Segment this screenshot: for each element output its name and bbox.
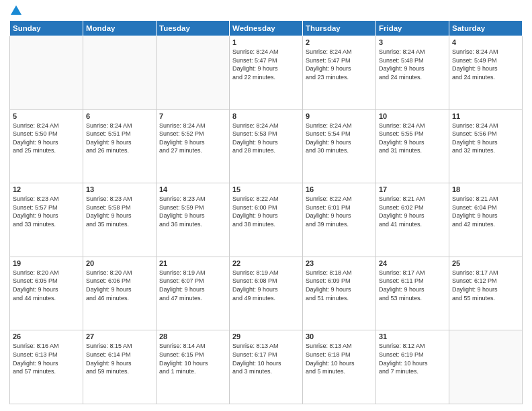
page: SundayMondayTuesdayWednesdayThursdayFrid… — [0, 0, 532, 411]
day-info: Sunrise: 8:21 AM Sunset: 6:02 PM Dayligh… — [379, 195, 446, 228]
day-number: 25 — [452, 259, 519, 267]
day-info: Sunrise: 8:18 AM Sunset: 6:09 PM Dayligh… — [306, 269, 373, 302]
calendar-day-14: 14Sunrise: 8:23 AM Sunset: 5:59 PM Dayli… — [157, 183, 230, 257]
calendar-day-empty — [10, 36, 83, 110]
day-info: Sunrise: 8:24 AM Sunset: 5:50 PM Dayligh… — [13, 122, 80, 155]
day-number: 1 — [232, 38, 300, 46]
day-number: 31 — [379, 332, 446, 340]
day-number: 8 — [232, 112, 300, 120]
day-info: Sunrise: 8:24 AM Sunset: 5:55 PM Dayligh… — [379, 122, 446, 155]
day-info: Sunrise: 8:23 AM Sunset: 5:57 PM Dayligh… — [13, 195, 80, 228]
calendar-day-13: 13Sunrise: 8:23 AM Sunset: 5:58 PM Dayli… — [83, 183, 157, 257]
calendar-day-20: 20Sunrise: 8:20 AM Sunset: 6:06 PM Dayli… — [83, 257, 157, 330]
day-info: Sunrise: 8:13 AM Sunset: 6:18 PM Dayligh… — [306, 342, 373, 375]
day-of-week-header-saturday: Saturday — [449, 21, 523, 36]
day-number: 6 — [86, 112, 153, 120]
day-info: Sunrise: 8:16 AM Sunset: 6:13 PM Dayligh… — [13, 342, 80, 375]
calendar-day-5: 5Sunrise: 8:24 AM Sunset: 5:50 PM Daylig… — [10, 109, 83, 183]
logo-triangle-icon — [11, 5, 21, 15]
day-info: Sunrise: 8:23 AM Sunset: 5:58 PM Dayligh… — [86, 195, 153, 228]
day-info: Sunrise: 8:23 AM Sunset: 5:59 PM Dayligh… — [159, 195, 226, 228]
day-of-week-header-friday: Friday — [376, 21, 449, 36]
calendar-day-3: 3Sunrise: 8:24 AM Sunset: 5:48 PM Daylig… — [376, 36, 449, 110]
day-info: Sunrise: 8:17 AM Sunset: 6:12 PM Dayligh… — [452, 269, 519, 302]
day-info: Sunrise: 8:24 AM Sunset: 5:52 PM Dayligh… — [159, 122, 226, 155]
day-info: Sunrise: 8:24 AM Sunset: 5:47 PM Dayligh… — [232, 48, 300, 81]
calendar-week-row: 12Sunrise: 8:23 AM Sunset: 5:57 PM Dayli… — [10, 183, 523, 257]
day-number: 18 — [452, 185, 519, 193]
calendar-day-6: 6Sunrise: 8:24 AM Sunset: 5:51 PM Daylig… — [83, 109, 157, 183]
day-number: 16 — [306, 185, 373, 193]
day-info: Sunrise: 8:24 AM Sunset: 5:49 PM Dayligh… — [452, 48, 519, 81]
day-info: Sunrise: 8:24 AM Sunset: 5:53 PM Dayligh… — [232, 122, 300, 155]
calendar-day-2: 2Sunrise: 8:24 AM Sunset: 5:47 PM Daylig… — [303, 36, 376, 110]
calendar-day-9: 9Sunrise: 8:24 AM Sunset: 5:54 PM Daylig… — [303, 109, 376, 183]
calendar-day-12: 12Sunrise: 8:23 AM Sunset: 5:57 PM Dayli… — [10, 183, 83, 257]
day-number: 14 — [159, 185, 226, 193]
calendar-day-4: 4Sunrise: 8:24 AM Sunset: 5:49 PM Daylig… — [449, 36, 523, 110]
day-number: 23 — [306, 259, 373, 267]
day-number: 17 — [379, 185, 446, 193]
calendar-day-26: 26Sunrise: 8:16 AM Sunset: 6:13 PM Dayli… — [10, 330, 83, 404]
calendar-day-30: 30Sunrise: 8:13 AM Sunset: 6:18 PM Dayli… — [303, 330, 376, 404]
day-number: 12 — [13, 185, 80, 193]
calendar-header-row: SundayMondayTuesdayWednesdayThursdayFrid… — [10, 21, 523, 36]
calendar-day-28: 28Sunrise: 8:14 AM Sunset: 6:15 PM Dayli… — [157, 330, 230, 404]
day-number: 7 — [159, 112, 226, 120]
calendar-day-1: 1Sunrise: 8:24 AM Sunset: 5:47 PM Daylig… — [230, 36, 303, 110]
calendar-week-row: 5Sunrise: 8:24 AM Sunset: 5:50 PM Daylig… — [10, 109, 523, 183]
calendar-day-27: 27Sunrise: 8:15 AM Sunset: 6:14 PM Dayli… — [83, 330, 157, 404]
calendar-day-22: 22Sunrise: 8:19 AM Sunset: 6:08 PM Dayli… — [230, 257, 303, 330]
day-info: Sunrise: 8:24 AM Sunset: 5:51 PM Dayligh… — [86, 122, 153, 155]
day-info: Sunrise: 8:22 AM Sunset: 6:00 PM Dayligh… — [232, 195, 300, 228]
day-number: 3 — [379, 38, 446, 46]
day-info: Sunrise: 8:24 AM Sunset: 5:48 PM Dayligh… — [379, 48, 446, 81]
calendar-day-24: 24Sunrise: 8:17 AM Sunset: 6:11 PM Dayli… — [376, 257, 449, 330]
calendar-day-15: 15Sunrise: 8:22 AM Sunset: 6:00 PM Dayli… — [230, 183, 303, 257]
day-info: Sunrise: 8:20 AM Sunset: 6:06 PM Dayligh… — [86, 269, 153, 302]
day-info: Sunrise: 8:17 AM Sunset: 6:11 PM Dayligh… — [379, 269, 446, 302]
day-info: Sunrise: 8:13 AM Sunset: 6:17 PM Dayligh… — [232, 342, 300, 375]
day-number: 2 — [306, 38, 373, 46]
calendar-day-7: 7Sunrise: 8:24 AM Sunset: 5:52 PM Daylig… — [157, 109, 230, 183]
day-info: Sunrise: 8:20 AM Sunset: 6:05 PM Dayligh… — [13, 269, 80, 302]
calendar-day-17: 17Sunrise: 8:21 AM Sunset: 6:02 PM Dayli… — [376, 183, 449, 257]
day-info: Sunrise: 8:14 AM Sunset: 6:15 PM Dayligh… — [159, 342, 226, 375]
day-number: 15 — [232, 185, 300, 193]
day-of-week-header-monday: Monday — [83, 21, 157, 36]
calendar-day-empty — [449, 330, 523, 404]
day-number: 11 — [452, 112, 519, 120]
day-info: Sunrise: 8:19 AM Sunset: 6:07 PM Dayligh… — [159, 269, 226, 302]
calendar-day-25: 25Sunrise: 8:17 AM Sunset: 6:12 PM Dayli… — [449, 257, 523, 330]
day-number: 27 — [86, 332, 153, 340]
calendar-week-row: 1Sunrise: 8:24 AM Sunset: 5:47 PM Daylig… — [10, 36, 523, 110]
calendar-day-31: 31Sunrise: 8:12 AM Sunset: 6:19 PM Dayli… — [376, 330, 449, 404]
calendar-day-empty — [157, 36, 230, 110]
day-number: 13 — [86, 185, 153, 193]
day-of-week-header-sunday: Sunday — [10, 21, 83, 36]
day-info: Sunrise: 8:21 AM Sunset: 6:04 PM Dayligh… — [452, 195, 519, 228]
day-number: 10 — [379, 112, 446, 120]
calendar-day-8: 8Sunrise: 8:24 AM Sunset: 5:53 PM Daylig… — [230, 109, 303, 183]
day-number: 4 — [452, 38, 519, 46]
day-info: Sunrise: 8:22 AM Sunset: 6:01 PM Dayligh… — [306, 195, 373, 228]
day-number: 29 — [232, 332, 300, 340]
day-number: 26 — [13, 332, 80, 340]
header — [9, 7, 523, 15]
calendar-week-row: 26Sunrise: 8:16 AM Sunset: 6:13 PM Dayli… — [10, 330, 523, 404]
day-info: Sunrise: 8:15 AM Sunset: 6:14 PM Dayligh… — [86, 342, 153, 375]
day-number: 9 — [306, 112, 373, 120]
day-of-week-header-tuesday: Tuesday — [157, 21, 230, 36]
calendar-table: SundayMondayTuesdayWednesdayThursdayFrid… — [9, 20, 523, 404]
day-number: 20 — [86, 259, 153, 267]
day-info: Sunrise: 8:24 AM Sunset: 5:47 PM Dayligh… — [306, 48, 373, 81]
day-info: Sunrise: 8:24 AM Sunset: 5:56 PM Dayligh… — [452, 122, 519, 155]
calendar-day-18: 18Sunrise: 8:21 AM Sunset: 6:04 PM Dayli… — [449, 183, 523, 257]
logo — [9, 7, 21, 15]
calendar-day-19: 19Sunrise: 8:20 AM Sunset: 6:05 PM Dayli… — [10, 257, 83, 330]
day-info: Sunrise: 8:24 AM Sunset: 5:54 PM Dayligh… — [306, 122, 373, 155]
calendar-day-16: 16Sunrise: 8:22 AM Sunset: 6:01 PM Dayli… — [303, 183, 376, 257]
calendar-day-10: 10Sunrise: 8:24 AM Sunset: 5:55 PM Dayli… — [376, 109, 449, 183]
day-info: Sunrise: 8:19 AM Sunset: 6:08 PM Dayligh… — [232, 269, 300, 302]
calendar-day-11: 11Sunrise: 8:24 AM Sunset: 5:56 PM Dayli… — [449, 109, 523, 183]
